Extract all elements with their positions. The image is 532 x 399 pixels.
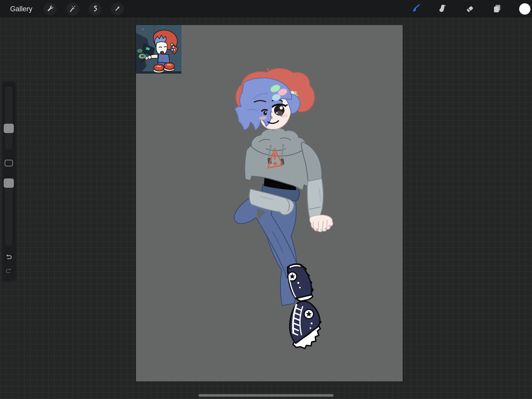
brush-size-handle[interactable] xyxy=(4,124,14,133)
home-indicator[interactable] xyxy=(198,394,334,397)
brush-icon xyxy=(410,3,421,14)
selection-button[interactable] xyxy=(89,3,101,15)
undo-arrow-icon xyxy=(5,259,13,262)
sidebar xyxy=(2,82,15,281)
right-arm xyxy=(301,142,333,232)
paint-tool-button[interactable] xyxy=(410,3,421,14)
gallery-button[interactable]: Gallery xyxy=(10,5,32,13)
magic-wand-icon xyxy=(69,5,76,13)
toolbar-left-group: Gallery xyxy=(0,3,124,15)
layers-button[interactable] xyxy=(492,3,502,14)
drawing-canvas[interactable] xyxy=(136,25,403,381)
smudge-tool-button[interactable] xyxy=(437,3,448,14)
redo-button[interactable] xyxy=(5,268,13,276)
stray-paint-dot xyxy=(267,68,269,70)
brush-size-slider[interactable] xyxy=(4,85,13,150)
sneaker-lower xyxy=(290,301,321,348)
adjustments-button[interactable] xyxy=(66,3,79,15)
opacity-handle[interactable] xyxy=(4,179,14,188)
modify-button[interactable] xyxy=(5,160,13,166)
procreate-app: Gallery xyxy=(0,0,532,399)
actions-button[interactable] xyxy=(44,3,57,15)
transform-arrow-icon xyxy=(114,5,121,13)
redo-arrow-icon xyxy=(5,273,13,276)
undo-button[interactable] xyxy=(5,254,13,262)
smudge-finger-icon xyxy=(437,3,448,14)
opacity-slider[interactable] xyxy=(4,177,13,246)
top-toolbar: Gallery xyxy=(0,0,532,18)
toolbar-right-group xyxy=(410,3,532,15)
character-artwork xyxy=(136,25,403,381)
hoodie xyxy=(245,125,313,190)
head xyxy=(235,68,315,130)
selection-s-icon xyxy=(91,5,99,13)
wrench-icon xyxy=(47,5,54,13)
eraser-icon xyxy=(465,3,475,14)
transform-button[interactable] xyxy=(111,3,124,15)
color-button[interactable] xyxy=(519,3,531,15)
erase-tool-button[interactable] xyxy=(465,3,475,14)
layers-icon xyxy=(492,3,502,14)
current-color-swatch xyxy=(519,3,531,15)
